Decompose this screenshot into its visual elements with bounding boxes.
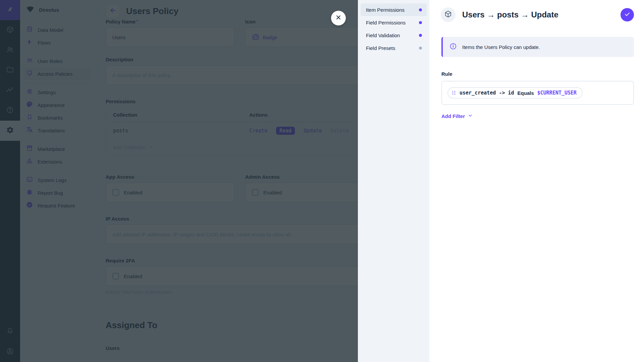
check-icon — [624, 11, 631, 19]
status-dot — [419, 34, 422, 37]
status-dot — [419, 47, 422, 50]
directus-app: Directus Data Model Flows User Roles Acc… — [0, 0, 644, 362]
permissions-drawer: Item Permissions Field Permissions Field… — [358, 0, 644, 362]
filter-field[interactable]: user_created -> id — [460, 90, 514, 96]
drawer-content: Users → posts → Update Items the Users P… — [429, 0, 644, 362]
drag-handle-icon[interactable] — [451, 90, 456, 95]
info-banner: Items the Users Policy can update. — [441, 37, 634, 57]
filter-value[interactable]: $CURRENT_USER — [537, 90, 577, 96]
cube-icon — [444, 10, 452, 19]
add-filter-button[interactable]: Add Filter — [441, 113, 473, 119]
status-dot — [419, 8, 422, 11]
drawer-title: Users → posts → Update — [462, 10, 558, 19]
avatar — [441, 7, 455, 22]
drawer-nav: Item Permissions Field Permissions Field… — [358, 0, 429, 362]
drawer-close-button[interactable] — [331, 11, 346, 25]
modal-overlay[interactable] — [0, 0, 358, 362]
save-button[interactable] — [621, 8, 634, 21]
filter-operator[interactable]: Equals — [518, 90, 534, 96]
info-banner-text: Items the Users Policy can update. — [462, 44, 540, 50]
rule-box: user_created -> id Equals $CURRENT_USER — [441, 81, 634, 105]
status-dot — [419, 21, 422, 24]
tab-field-permissions[interactable]: Field Permissions — [361, 16, 427, 29]
tab-field-presets[interactable]: Field Presets — [361, 42, 427, 54]
drawer-header: Users → posts → Update — [429, 0, 644, 29]
info-icon — [449, 43, 457, 51]
filter-chip[interactable]: user_created -> id Equals $CURRENT_USER — [447, 87, 583, 99]
tab-field-validation[interactable]: Field Validation — [361, 29, 427, 42]
tab-item-permissions[interactable]: Item Permissions — [361, 3, 427, 16]
chevron-down-icon — [468, 113, 473, 119]
close-icon — [335, 14, 342, 22]
rule-label: Rule — [441, 71, 644, 77]
